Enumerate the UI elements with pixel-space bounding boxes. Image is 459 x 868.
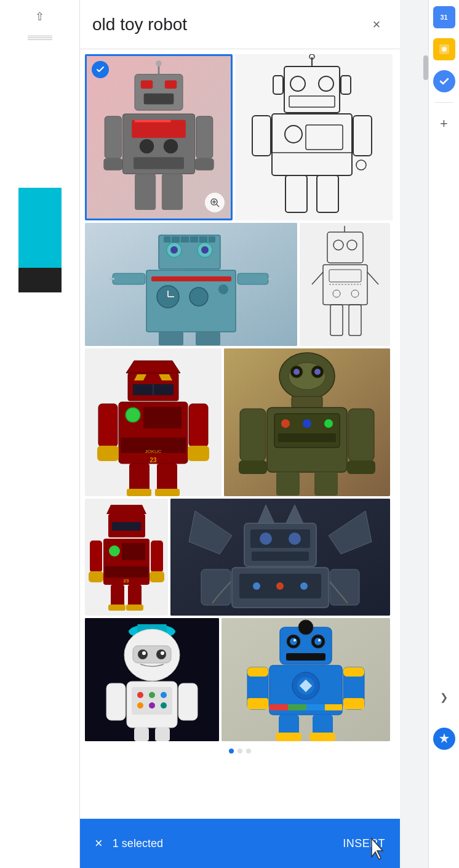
svg-point-129 <box>109 545 120 557</box>
svg-point-116 <box>324 419 333 428</box>
svg-point-13 <box>140 139 154 153</box>
svg-rect-97 <box>189 404 208 447</box>
svg-point-170 <box>149 692 155 698</box>
scrollbar-thumb[interactable] <box>423 55 428 80</box>
svg-rect-67 <box>159 332 183 345</box>
svg-rect-120 <box>239 460 267 474</box>
tasks-svg <box>437 42 451 56</box>
image-cell-10[interactable] <box>222 618 390 741</box>
robot-10-svg <box>222 618 390 741</box>
check-svg <box>438 75 450 87</box>
svg-rect-206 <box>325 704 342 710</box>
image-cell-9[interactable] <box>85 618 219 741</box>
svg-rect-119 <box>348 409 374 461</box>
image-cell-3[interactable] <box>85 223 297 346</box>
sidebar-divider <box>435 102 453 103</box>
svg-rect-194 <box>247 698 268 709</box>
black-block <box>18 268 62 292</box>
svg-marker-84 <box>126 361 180 373</box>
svg-rect-176 <box>178 683 198 720</box>
svg-point-187 <box>318 639 321 641</box>
svg-point-14 <box>164 139 178 153</box>
ai-assistant-icon[interactable] <box>433 728 455 750</box>
image-cell-6[interactable] <box>224 348 390 496</box>
svg-point-155 <box>300 582 308 590</box>
left-sidebar: ⇧ <box>0 0 80 868</box>
svg-rect-188 <box>286 653 325 661</box>
cyan-block <box>18 188 62 268</box>
svg-rect-140 <box>126 605 143 611</box>
svg-rect-111 <box>292 396 322 408</box>
selection-action-bar: × 1 selected INSERT <box>80 819 400 868</box>
svg-rect-7 <box>144 94 174 105</box>
robot-4-svg <box>300 223 390 346</box>
tasks-icon[interactable] <box>433 38 455 60</box>
image-row-5 <box>85 618 395 741</box>
cancel-selection-button[interactable]: × <box>95 835 103 851</box>
svg-text:23: 23 <box>124 578 129 584</box>
svg-point-166 <box>161 651 164 655</box>
svg-rect-205 <box>306 704 325 710</box>
svg-rect-123 <box>314 472 338 496</box>
scrollbar-track[interactable] <box>423 49 428 813</box>
svg-point-186 <box>293 639 296 641</box>
svg-point-184 <box>290 638 297 645</box>
calendar-icon[interactable]: 31 <box>433 6 455 28</box>
svg-point-109 <box>293 369 300 375</box>
robot-2-svg <box>235 54 393 220</box>
svg-text:JOKUC: JOKUC <box>145 449 161 454</box>
svg-rect-177 <box>134 728 149 741</box>
sidebar-collapse-arrow[interactable]: ⇧ <box>35 10 44 23</box>
svg-point-149 <box>289 532 301 545</box>
image-cell-8[interactable] <box>170 499 390 616</box>
svg-rect-193 <box>247 667 268 677</box>
svg-rect-15 <box>134 157 184 169</box>
svg-rect-16 <box>105 116 121 158</box>
svg-rect-150 <box>252 552 309 561</box>
image-grid[interactable]: JOKUC 23 <box>80 49 400 868</box>
svg-rect-113 <box>274 414 340 448</box>
svg-text:23: 23 <box>150 457 157 464</box>
image-cell-2[interactable] <box>235 54 393 220</box>
svg-rect-103 <box>155 489 180 496</box>
svg-rect-175 <box>106 683 126 720</box>
search-header: old toy robot × <box>80 0 400 49</box>
svg-rect-4 <box>135 74 183 111</box>
svg-rect-64 <box>237 273 268 284</box>
robot-3-svg <box>85 223 297 346</box>
zoom-button[interactable] <box>205 193 225 212</box>
svg-point-173 <box>149 702 155 709</box>
svg-rect-134 <box>151 540 163 573</box>
robot-9-svg <box>85 618 219 741</box>
ruler-ticks <box>28 36 52 40</box>
scroll-dot-inactive-1 <box>237 749 242 753</box>
svg-point-148 <box>260 532 272 545</box>
svg-rect-122 <box>276 472 300 496</box>
image-cell-7[interactable]: 23 <box>85 499 168 616</box>
robot-5-svg: JOKUC 23 <box>85 348 222 496</box>
svg-rect-98 <box>97 446 119 461</box>
robot-7-svg: 23 <box>85 499 168 616</box>
svg-point-169 <box>137 692 143 698</box>
svg-point-185 <box>314 638 322 645</box>
image-cell-1[interactable] <box>85 54 233 220</box>
svg-rect-17 <box>196 116 212 158</box>
right-expand-chevron[interactable]: ❯ <box>429 686 460 708</box>
close-button[interactable]: × <box>365 14 388 36</box>
svg-point-115 <box>303 419 311 428</box>
svg-rect-127 <box>112 522 141 531</box>
svg-point-174 <box>161 702 167 709</box>
selection-check-overlay <box>92 61 109 78</box>
svg-rect-203 <box>269 704 288 710</box>
svg-rect-139 <box>108 605 126 611</box>
check-icon[interactable] <box>433 70 455 92</box>
svg-rect-178 <box>155 728 170 741</box>
svg-rect-130 <box>122 543 145 560</box>
image-cell-4[interactable] <box>300 223 390 346</box>
svg-rect-121 <box>347 460 375 474</box>
svg-point-181 <box>298 620 313 635</box>
insert-button[interactable]: INSERT <box>343 837 385 850</box>
svg-point-1 <box>442 47 447 52</box>
image-cell-5[interactable]: JOKUC 23 <box>85 348 222 496</box>
add-icon[interactable]: + <box>433 113 455 135</box>
